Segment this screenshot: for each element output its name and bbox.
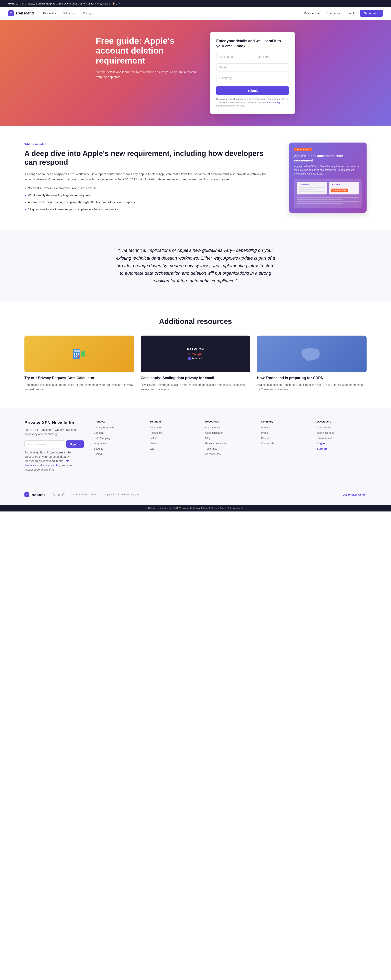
twitter-link[interactable]: 𝕏 [53, 493, 55, 496]
footer-col-heading: Resources [205, 420, 255, 423]
recaptcha-text: This site is protected by reCAPTCHA and … [148, 507, 243, 509]
footer-col-heading: Solutions [149, 420, 199, 423]
logo-link[interactable]: T Transcend [8, 10, 34, 16]
footer-link-about[interactable]: About Us [261, 426, 311, 430]
footer-link-open-source[interactable]: Open source [317, 426, 367, 430]
footer-link-fintech[interactable]: Fintech [149, 437, 199, 440]
form-heading: Enter your details and we'll send it to … [216, 38, 289, 49]
additional-resources-section: Additional resources Try our Privacy Req… [0, 301, 391, 408]
newsletter-signup-button[interactable]: Sign Up [67, 441, 84, 448]
resource-card-patreon: PATREON ✉ mailgun T Transcend Case study… [141, 336, 251, 391]
footer-link-technical-docs[interactable]: Technical docs [317, 431, 367, 435]
footer: Privacy XFN Newsletter Sign up for Trans… [0, 408, 391, 505]
footer-link-tech-talks[interactable]: Tech talks [205, 447, 255, 450]
footer-location: San Francisco, California [71, 493, 99, 496]
whats-included-right: UPDATED 2022 Apple's in-app account dele… [289, 143, 367, 213]
nav-company[interactable]: Company [324, 10, 343, 16]
patreon-logo: PATREON [187, 348, 204, 351]
footer-link-press[interactable]: Press [261, 431, 311, 435]
resource-card-title: How Transcend is preparing for CDPA [257, 375, 367, 380]
resource-card-title: Case study: Scaling data privacy for ema… [141, 375, 251, 380]
footer-link-data-mapping[interactable]: Data Mapping [94, 437, 143, 440]
guide-col: Deadline June 30, 2022 [329, 181, 359, 194]
footer-link-all-resources[interactable]: All resources [205, 452, 255, 456]
guide-col: Overview [297, 181, 327, 194]
banner-close-button[interactable]: × [381, 2, 383, 5]
newsletter-form: Sign Up [24, 441, 81, 448]
footer-links-grid: Products Privacy Requests Consent Data M… [94, 420, 367, 476]
bullet-list: So what's next? Our comprehensive guide … [24, 186, 273, 212]
hero-subtitle: Get the details and learn how to respond… [96, 70, 197, 80]
footer-col-products: Products Privacy Requests Consent Data M… [94, 420, 143, 476]
footer-link-security[interactable]: Security [94, 447, 143, 450]
footer-link-b2b[interactable]: B2B [149, 447, 199, 450]
mailgun-icon: ✉ [188, 353, 191, 355]
newsletter-disclaimer: By clicking 'Sign Up' you agree to the p… [24, 450, 81, 472]
email-field[interactable] [216, 63, 289, 72]
linkedin-link[interactable]: in [57, 493, 60, 496]
footer-link-consent[interactable]: Consent [94, 431, 143, 435]
resource-card-calculator: Try our Privacy Request Cost Calculator … [24, 336, 134, 391]
guide-title: Apple's in-app account deletion requirem… [294, 154, 362, 163]
nav-products[interactable]: Products [40, 10, 59, 16]
footer-privacy-center-link[interactable]: Our Privacy Center [343, 493, 367, 496]
nav-demo-button[interactable]: Get a demo [360, 10, 383, 17]
resource-card-cdpa: How Transcend is preparing for CDPA Virg… [257, 336, 367, 391]
whats-included-section: What's included A deep dive into Apple's… [0, 126, 391, 230]
footer-bottom: T Transcend 𝕏 in ◯ San Francisco, Califo… [24, 486, 367, 497]
resource-card-desc: How Patreon leverages Mailgun and Transc… [141, 383, 251, 392]
footer-link-blog[interactable]: Blog [205, 437, 255, 440]
footer-col-heading: Products [94, 420, 143, 423]
section-title: A deep dive into Apple's new requirement… [24, 149, 273, 167]
footer-link-pricing[interactable]: Pricing [94, 452, 143, 456]
guide-text-lines [297, 197, 359, 204]
footer-link-privacy-newsletter[interactable]: Privacy newsletter [205, 442, 255, 445]
svg-marker-9 [301, 348, 320, 361]
footer-link-contact[interactable]: Contact Us [261, 442, 311, 445]
virginia-map-icon [300, 344, 324, 364]
nav-login[interactable]: Log In [345, 10, 358, 16]
github-link[interactable]: ◯ [62, 493, 65, 496]
svg-rect-4 [78, 353, 79, 355]
submit-button[interactable]: Submit [216, 86, 289, 95]
first-name-field[interactable] [216, 53, 251, 61]
mailgun-logo: mailgun [192, 352, 203, 356]
footer-link-privacy-requests[interactable]: Privacy Requests [94, 426, 143, 430]
nav-resources[interactable]: Resources [301, 10, 322, 16]
nav-pricing[interactable]: Pricing [80, 10, 94, 16]
footer-link-support[interactable]: Support [317, 447, 367, 450]
footer-link-integrations[interactable]: Integrations [94, 442, 143, 445]
last-name-field[interactable] [254, 53, 289, 61]
resource-image-patreon: PATREON ✉ mailgun T Transcend [141, 336, 251, 372]
nav-links: Products Solutions Pricing [40, 10, 94, 16]
guide-subtitle: Any app in the iOS App Store that requir… [294, 164, 362, 175]
footer-link-platform-status[interactable]: Platform status [317, 437, 367, 440]
additional-resources-title: Additional resources [24, 317, 367, 326]
calculator-icon [71, 348, 87, 360]
newsletter-email-input[interactable] [24, 441, 65, 448]
resource-card-desc: Understand the costs and opportunities f… [24, 383, 134, 392]
footer-link-cost-calculator[interactable]: Cost calculator [205, 431, 255, 435]
footer-col-heading: Developers [317, 420, 367, 423]
company-field[interactable] [216, 74, 289, 82]
list-item: So what's next? Our comprehensive guide … [24, 186, 273, 191]
privacy-policy-link[interactable]: Privacy Policy [267, 101, 280, 103]
footer-link-case-studies[interactable]: Case studies [205, 426, 255, 430]
footer-link-careers[interactable]: Careers [261, 437, 311, 440]
resource-image-cdpa [257, 336, 367, 372]
footer-link-healthcare[interactable]: Healthcare [149, 431, 199, 435]
privacy-policy-footer-link[interactable]: Privacy Policy [43, 464, 60, 467]
section-label: What's included [24, 143, 273, 146]
whats-included-left: What's included A deep dive into Apple's… [24, 143, 273, 214]
svg-rect-3 [76, 353, 77, 355]
footer-col-company: Company About Us Press Careers Contact U… [261, 420, 311, 476]
footer-copyright: Copyright © 2021 Transcend, Inc. [104, 493, 140, 496]
footer-col-resources: Resources Case studies Cost calculator B… [205, 420, 255, 476]
footer-link-login[interactable]: Log In [317, 442, 367, 445]
list-item: What exactly the new Apple guideline req… [24, 193, 273, 198]
footer-link-consumer[interactable]: Consumer [149, 426, 199, 430]
footer-logo-icon: T [24, 492, 29, 497]
form-disclaimer: By clicking 'Submit' you agree to the pr… [216, 97, 289, 108]
nav-solutions[interactable]: Solutions [60, 10, 79, 16]
footer-link-media[interactable]: Media [149, 442, 199, 445]
